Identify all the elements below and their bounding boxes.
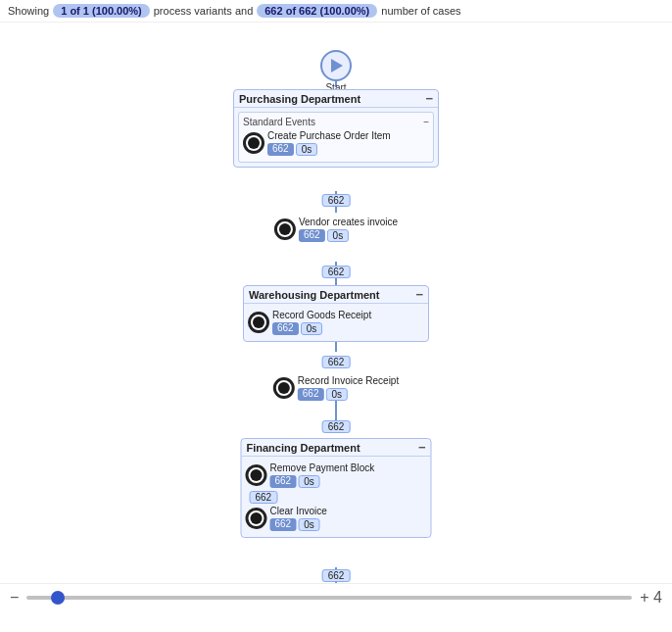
circle-inner-clear-invoice (251, 512, 263, 524)
warehousing-collapse-btn[interactable]: − (415, 288, 423, 301)
circle-inner-invoice-receipt (278, 382, 290, 394)
start-shape (320, 50, 352, 81)
financing-dept-label: Financing Department (247, 442, 360, 454)
circle-inner-vendor (279, 223, 291, 235)
activity-icon-remove-payment (246, 464, 267, 486)
process-variants-label: process variants and (154, 5, 254, 17)
activity-row-clear-invoice: Clear Invoice 662 0s (246, 506, 427, 531)
warehousing-dept-box: Warehousing Department − Record Goods Re… (243, 285, 429, 342)
invoice-receipt-node: Record Invoice Receipt 662 0s (273, 373, 399, 403)
activity-icon-goods-receipt (248, 312, 269, 333)
activity-time-create-po: 0s (296, 143, 318, 156)
count-above-invoice-receipt: 662 (322, 356, 351, 367)
start-triangle-icon (331, 59, 343, 73)
activity-name-create-po: Create Purchase Order Item (267, 130, 391, 141)
activity-icon-create-po (243, 132, 264, 154)
count-above-warehousing: 662 (322, 266, 351, 277)
warehousing-content: Record Goods Receipt 662 0s (244, 304, 428, 341)
variants-badge: 1 of 1 (100.00%) (53, 4, 150, 18)
activity-count-goods: 662 (272, 322, 299, 335)
number-cases-label: number of cases (381, 5, 460, 17)
activity-details-clear-invoice: Clear Invoice 662 0s (270, 506, 327, 531)
activity-icon-clear-invoice (246, 508, 267, 529)
purchasing-collapse-btn[interactable]: − (425, 92, 433, 105)
vendor-invoice-node: Vendor creates invoice 662 0s (274, 215, 398, 244)
cases-badge: 662 of 662 (100.00%) (257, 4, 377, 18)
activity-icon-invoice-receipt (273, 377, 295, 399)
purchasing-dept-box: Purchasing Department − Standard Events … (233, 89, 439, 168)
warehousing-dept-label: Warehousing Department (249, 289, 379, 301)
activity-time-invoice-receipt: 0s (325, 388, 348, 401)
activity-stats-goods: 662 0s (272, 322, 371, 335)
circle-inner-goods (253, 316, 264, 328)
vendor-count-above: 662 (322, 194, 351, 207)
activity-name-clear-invoice: Clear Invoice (270, 506, 327, 516)
activity-row-invoice-receipt: Record Invoice Receipt 662 0s (273, 375, 399, 401)
activity-details-goods-receipt: Record Goods Receipt 662 0s (272, 310, 371, 335)
financing-collapse-btn[interactable]: − (418, 441, 426, 454)
activity-stats-create-po: 662 0s (267, 143, 391, 156)
financing-content: Remove Payment Block 662 0s 662 Clear In… (242, 457, 431, 537)
standard-events-minus[interactable]: − (423, 117, 429, 127)
standard-events-label: Standard Events (243, 117, 315, 127)
activity-count-clear-invoice: 662 (270, 518, 297, 531)
inter-activity-count: 662 (246, 490, 427, 504)
activity-name-goods-receipt: Record Goods Receipt (272, 310, 371, 320)
activity-count-create-po: 662 (267, 143, 294, 156)
purchasing-dept-title: Purchasing Department − (234, 90, 438, 108)
activity-details-create-po: Create Purchase Order Item 662 0s (267, 130, 391, 156)
activity-row-remove-payment: Remove Payment Block 662 0s (246, 462, 427, 488)
activity-time-clear-invoice: 0s (298, 518, 320, 531)
activity-time-goods: 0s (301, 322, 323, 335)
activity-row-vendor: Vendor creates invoice 662 0s (274, 217, 398, 242)
zoom-plus-btn[interactable]: + 4 (640, 589, 662, 607)
activity-name-vendor: Vendor creates invoice (299, 217, 398, 227)
activity-count-invoice-receipt: 662 (298, 388, 324, 401)
financing-dept-title: Financing Department − (242, 439, 431, 457)
activity-details-invoice-receipt: Record Invoice Receipt 662 0s (298, 375, 399, 401)
activity-stats-vendor: 662 0s (299, 229, 398, 242)
count-above-financing: 662 (322, 420, 351, 432)
activity-count-vendor: 662 (299, 229, 325, 242)
process-diagram-canvas: Start 662 Purchasing Department − Standa… (0, 23, 672, 610)
zoom-slider-bar: − + 4 (0, 583, 672, 610)
activity-icon-vendor (274, 219, 296, 240)
invoice-receipt-count-above: 662 (322, 356, 351, 368)
purchasing-sub-box: Standard Events − Create Purchase Order … (238, 112, 434, 163)
zoom-slider-track[interactable] (26, 596, 632, 600)
financing-dept-box: Financing Department − Remove Payment Bl… (241, 438, 432, 538)
header-bar: Showing 1 of 1 (100.00%) process variant… (0, 0, 672, 23)
circle-inner-remove-payment (251, 469, 263, 481)
inter-count-box: 662 (250, 491, 278, 504)
financing-count-above: 662 (322, 420, 351, 433)
activity-stats-invoice-receipt: 662 0s (298, 388, 399, 401)
purchasing-dept-label: Purchasing Department (239, 93, 360, 105)
zoom-minus-btn[interactable]: − (10, 589, 19, 607)
showing-label: Showing (8, 5, 49, 17)
activity-name-remove-payment: Remove Payment Block (270, 462, 375, 473)
activity-details-vendor: Vendor creates invoice 662 0s (299, 217, 398, 242)
count-above-end: 662 (322, 569, 351, 581)
activity-row-create-po: Create Purchase Order Item 662 0s (243, 130, 429, 156)
connector-line (335, 401, 337, 422)
activity-time-vendor: 0s (327, 229, 350, 242)
activity-count-remove-payment: 662 (270, 475, 297, 488)
activity-time-remove-payment: 0s (298, 475, 320, 488)
zoom-slider-thumb[interactable] (51, 591, 65, 605)
activity-details-remove-payment: Remove Payment Block 662 0s (270, 462, 375, 488)
warehousing-dept-title: Warehousing Department − (244, 286, 428, 304)
count-above-vendor: 662 (322, 194, 351, 206)
activity-row-goods-receipt: Record Goods Receipt 662 0s (248, 310, 424, 335)
end-count-above: 662 (322, 569, 351, 582)
circle-inner (248, 137, 260, 149)
standard-events-title: Standard Events − (243, 117, 429, 127)
activity-stats-remove-payment: 662 0s (270, 475, 375, 488)
activity-name-invoice-receipt: Record Invoice Receipt (298, 375, 399, 386)
warehousing-count-above: 662 (322, 266, 351, 278)
activity-stats-clear-invoice: 662 0s (270, 518, 327, 531)
